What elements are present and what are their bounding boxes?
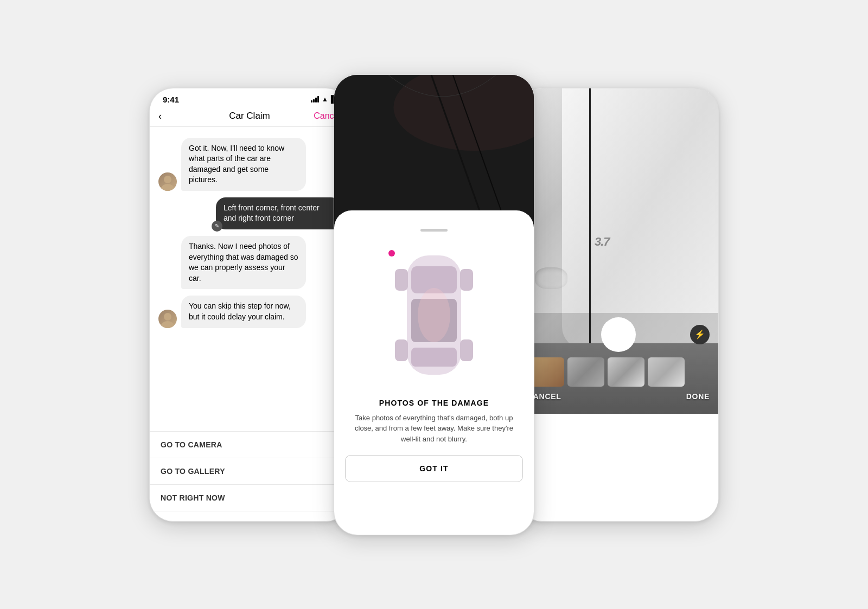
- signal-icon: [311, 96, 319, 102]
- wifi-icon: ▲: [322, 95, 328, 103]
- car-badge: 3.7: [595, 235, 610, 249]
- svg-point-0: [164, 176, 171, 183]
- message-row-1: Got it. Now, I'll need to know what part…: [150, 138, 349, 191]
- bubble-text-2: Left front corner, front center and righ…: [224, 203, 320, 223]
- camera-view: 3.7 ⚡: [519, 88, 718, 414]
- not-right-now-button[interactable]: NOT RIGHT NOW: [150, 485, 349, 511]
- svg-rect-11: [411, 348, 457, 367]
- chat-content: Got it. Now, I'll need to know what part…: [150, 127, 349, 420]
- svg-rect-13: [460, 269, 473, 291]
- signal-bar-1: [311, 100, 312, 102]
- bubble-text-1: Got it. Now, I'll need to know what part…: [189, 144, 284, 184]
- back-button[interactable]: ‹: [158, 111, 162, 122]
- bubble-2: Left front corner, front center and righ…: [216, 197, 341, 229]
- svg-point-16: [418, 288, 450, 342]
- flash-button[interactable]: ⚡: [690, 325, 710, 344]
- section-desc: Take photos of everything that's damaged…: [345, 413, 523, 445]
- svg-point-1: [161, 184, 174, 191]
- notch-indicator: [420, 229, 448, 232]
- svg-point-3: [161, 321, 174, 328]
- edit-icon[interactable]: ✎: [212, 221, 222, 232]
- bubble-text-3: Thanks. Now I need photos of everything …: [189, 242, 298, 283]
- status-bar-1: 9:41 ▲ ▊: [150, 88, 349, 106]
- done-camera-button[interactable]: DONE: [686, 392, 710, 401]
- svg-rect-12: [395, 269, 408, 291]
- message-row-2: Left front corner, front center and righ…: [150, 197, 349, 229]
- bubble-4: You can skip this step for now, but it c…: [181, 296, 306, 328]
- phone-2: PHOTOS OF THE DAMAGE Take photos of ever…: [334, 74, 534, 535]
- got-it-button[interactable]: GOT IT: [345, 455, 523, 482]
- signal-bar-3: [315, 98, 317, 102]
- car-diagram: [391, 245, 477, 388]
- thumbnails-row: [527, 357, 710, 387]
- phone-1: 9:41 ▲ ▊ ‹ Car Claim Cancel: [149, 88, 350, 522]
- signal-bar-4: [317, 96, 319, 102]
- car-diagram-container: [345, 234, 523, 399]
- car-dent-mark: [535, 267, 567, 289]
- svg-rect-15: [460, 339, 473, 361]
- instruction-card: PHOTOS OF THE DAMAGE Take photos of ever…: [334, 210, 534, 493]
- camera-action-bar: CANCEL DONE: [527, 390, 710, 405]
- svg-rect-14: [395, 339, 408, 361]
- bubble-3: Thanks. Now I need photos of everything …: [181, 236, 306, 289]
- time-display: 9:41: [163, 95, 179, 104]
- avatar-2: [158, 310, 177, 328]
- shutter-button[interactable]: [601, 317, 636, 352]
- thumbnail-4[interactable]: [648, 357, 685, 387]
- signal-bar-2: [313, 99, 315, 102]
- flash-icon: ⚡: [694, 329, 705, 339]
- shutter-row: ⚡: [527, 317, 710, 352]
- go-to-camera-button[interactable]: GO TO CAMERA: [150, 432, 349, 458]
- bubble-text-4: You can skip this step for now, but it c…: [189, 302, 291, 321]
- avatar-1: [158, 172, 177, 191]
- camera-top-photo: [334, 75, 534, 227]
- nav-title: Car Claim: [229, 111, 270, 121]
- camera-controls: ⚡ CANCEL DONE: [519, 313, 718, 414]
- go-to-gallery-button[interactable]: GO TO GALLERY: [150, 458, 349, 485]
- section-title: PHOTOS OF THE DAMAGE: [345, 399, 523, 407]
- svg-point-2: [164, 313, 171, 320]
- thumbnail-2[interactable]: [567, 357, 604, 387]
- status-icons: ▲ ▊: [311, 95, 336, 104]
- screens-container: 9:41 ▲ ▊ ‹ Car Claim Cancel: [149, 74, 719, 535]
- bubble-1: Got it. Now, I'll need to know what part…: [181, 138, 306, 191]
- thumbnail-3[interactable]: [608, 357, 644, 387]
- action-list: GO TO CAMERA GO TO GALLERY NOT RIGHT NOW: [150, 431, 349, 511]
- message-row-3: Thanks. Now I need photos of everything …: [150, 236, 349, 289]
- message-row-4: You can skip this step for now, but it c…: [150, 296, 349, 328]
- chat-screen: 9:41 ▲ ▊ ‹ Car Claim Cancel: [150, 88, 349, 511]
- damage-indicator-dot: [388, 250, 395, 257]
- phone-3: 3.7 ⚡: [518, 88, 719, 522]
- nav-bar-1: ‹ Car Claim Cancel: [150, 106, 349, 127]
